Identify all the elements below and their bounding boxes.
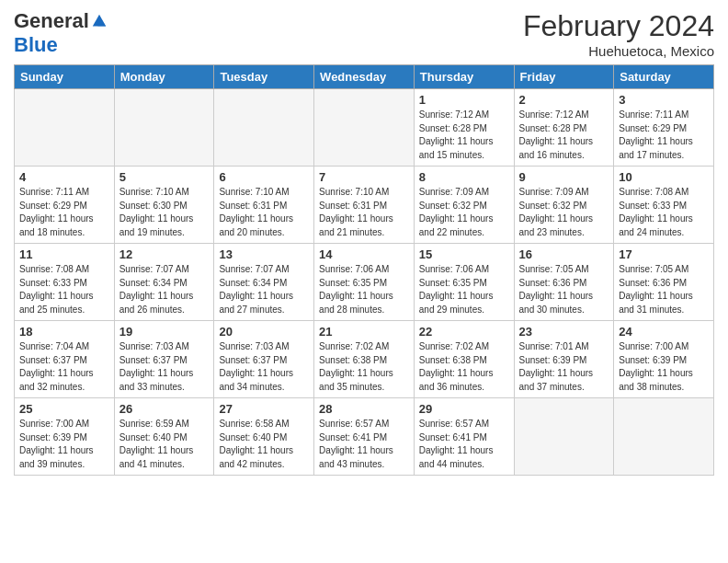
table-row: 21Sunrise: 7:02 AM Sunset: 6:38 PM Dayli… (314, 321, 415, 398)
table-row: 12Sunrise: 7:07 AM Sunset: 6:34 PM Dayli… (114, 244, 214, 321)
table-row: 22Sunrise: 7:02 AM Sunset: 6:38 PM Dayli… (414, 321, 514, 398)
day-number: 26 (119, 402, 210, 416)
table-row (214, 89, 314, 167)
table-row: 27Sunrise: 6:58 AM Sunset: 6:40 PM Dayli… (214, 398, 314, 476)
day-number: 25 (19, 402, 109, 416)
day-number: 24 (619, 325, 709, 339)
col-monday: Monday (114, 65, 214, 89)
header: General Blue February 2024 Huehuetoca, M… (14, 9, 714, 59)
day-number: 14 (319, 247, 409, 261)
day-number: 6 (219, 170, 309, 184)
day-info: Sunrise: 7:01 AM Sunset: 6:39 PM Dayligh… (519, 340, 609, 394)
day-number: 22 (419, 325, 509, 339)
table-row: 8Sunrise: 7:09 AM Sunset: 6:32 PM Daylig… (414, 167, 514, 244)
day-number: 27 (219, 402, 309, 416)
day-info: Sunrise: 7:07 AM Sunset: 6:34 PM Dayligh… (119, 263, 210, 316)
day-number: 17 (619, 247, 709, 261)
table-row: 16Sunrise: 7:05 AM Sunset: 6:36 PM Dayli… (514, 244, 614, 321)
table-row: 19Sunrise: 7:03 AM Sunset: 6:37 PM Dayli… (114, 321, 214, 398)
table-row (15, 89, 115, 167)
table-row (614, 398, 714, 476)
col-sunday: Sunday (15, 65, 115, 89)
table-row: 14Sunrise: 7:06 AM Sunset: 6:35 PM Dayli… (314, 244, 415, 321)
table-row: 15Sunrise: 7:06 AM Sunset: 6:35 PM Dayli… (414, 244, 514, 321)
table-row: 1Sunrise: 7:12 AM Sunset: 6:28 PM Daylig… (414, 89, 514, 167)
table-row: 11Sunrise: 7:08 AM Sunset: 6:33 PM Dayli… (15, 244, 115, 321)
day-number: 5 (119, 170, 210, 184)
table-row: 9Sunrise: 7:09 AM Sunset: 6:32 PM Daylig… (514, 167, 614, 244)
day-number: 11 (19, 247, 109, 261)
calendar-page: General Blue February 2024 Huehuetoca, M… (0, 0, 728, 563)
table-row: 5Sunrise: 7:10 AM Sunset: 6:30 PM Daylig… (114, 167, 214, 244)
day-info: Sunrise: 7:11 AM Sunset: 6:29 PM Dayligh… (19, 186, 109, 239)
table-row: 29Sunrise: 6:57 AM Sunset: 6:41 PM Dayli… (414, 398, 514, 476)
day-info: Sunrise: 7:06 AM Sunset: 6:35 PM Dayligh… (319, 263, 409, 316)
table-row: 24Sunrise: 7:00 AM Sunset: 6:39 PM Dayli… (614, 321, 714, 398)
table-row: 10Sunrise: 7:08 AM Sunset: 6:33 PM Dayli… (614, 167, 714, 244)
day-number: 4 (19, 170, 109, 184)
table-row (514, 398, 614, 476)
table-row: 7Sunrise: 7:10 AM Sunset: 6:31 PM Daylig… (314, 167, 415, 244)
day-number: 9 (519, 170, 609, 184)
day-info: Sunrise: 7:10 AM Sunset: 6:31 PM Dayligh… (319, 186, 409, 239)
day-info: Sunrise: 7:00 AM Sunset: 6:39 PM Dayligh… (19, 418, 109, 471)
day-info: Sunrise: 7:10 AM Sunset: 6:31 PM Dayligh… (219, 186, 309, 239)
day-info: Sunrise: 7:12 AM Sunset: 6:28 PM Dayligh… (519, 109, 609, 162)
day-number: 10 (619, 170, 709, 184)
day-info: Sunrise: 7:04 AM Sunset: 6:37 PM Dayligh… (19, 340, 109, 394)
day-number: 2 (519, 93, 609, 107)
day-number: 23 (519, 325, 609, 339)
day-info: Sunrise: 6:57 AM Sunset: 6:41 PM Dayligh… (319, 418, 409, 471)
day-info: Sunrise: 7:09 AM Sunset: 6:32 PM Dayligh… (519, 186, 609, 239)
day-number: 18 (19, 325, 109, 339)
month-year-title: February 2024 (523, 9, 714, 43)
calendar-header-row: Sunday Monday Tuesday Wednesday Thursday… (15, 65, 714, 89)
table-row: 2Sunrise: 7:12 AM Sunset: 6:28 PM Daylig… (514, 89, 614, 167)
day-info: Sunrise: 7:02 AM Sunset: 6:38 PM Dayligh… (319, 340, 409, 394)
col-tuesday: Tuesday (214, 65, 314, 89)
day-info: Sunrise: 7:07 AM Sunset: 6:34 PM Dayligh… (219, 263, 309, 316)
day-info: Sunrise: 7:11 AM Sunset: 6:29 PM Dayligh… (619, 109, 709, 162)
day-info: Sunrise: 7:02 AM Sunset: 6:38 PM Dayligh… (419, 340, 509, 394)
day-info: Sunrise: 7:10 AM Sunset: 6:30 PM Dayligh… (119, 186, 210, 239)
table-row: 28Sunrise: 6:57 AM Sunset: 6:41 PM Dayli… (314, 398, 415, 476)
table-row: 26Sunrise: 6:59 AM Sunset: 6:40 PM Dayli… (114, 398, 214, 476)
table-row (114, 89, 214, 167)
logo-text: General (14, 9, 108, 33)
day-info: Sunrise: 6:57 AM Sunset: 6:41 PM Dayligh… (419, 418, 509, 471)
day-number: 29 (419, 402, 509, 416)
day-number: 13 (219, 247, 309, 261)
table-row: 13Sunrise: 7:07 AM Sunset: 6:34 PM Dayli… (214, 244, 314, 321)
day-number: 1 (419, 93, 509, 107)
day-number: 7 (319, 170, 409, 184)
table-row: 18Sunrise: 7:04 AM Sunset: 6:37 PM Dayli… (15, 321, 115, 398)
table-row (314, 89, 415, 167)
table-row: 25Sunrise: 7:00 AM Sunset: 6:39 PM Dayli… (15, 398, 115, 476)
table-row: 20Sunrise: 7:03 AM Sunset: 6:37 PM Dayli… (214, 321, 314, 398)
table-row: 4Sunrise: 7:11 AM Sunset: 6:29 PM Daylig… (15, 167, 115, 244)
day-info: Sunrise: 7:06 AM Sunset: 6:35 PM Dayligh… (419, 263, 509, 316)
logo-general: General (14, 9, 89, 33)
logo: General Blue (14, 9, 108, 57)
day-number: 16 (519, 247, 609, 261)
day-number: 21 (319, 325, 409, 339)
col-wednesday: Wednesday (314, 65, 415, 89)
table-row: 17Sunrise: 7:05 AM Sunset: 6:36 PM Dayli… (614, 244, 714, 321)
day-info: Sunrise: 7:09 AM Sunset: 6:32 PM Dayligh… (419, 186, 509, 239)
day-info: Sunrise: 6:58 AM Sunset: 6:40 PM Dayligh… (219, 418, 309, 471)
col-saturday: Saturday (614, 65, 714, 89)
day-info: Sunrise: 7:05 AM Sunset: 6:36 PM Dayligh… (519, 263, 609, 316)
day-info: Sunrise: 7:08 AM Sunset: 6:33 PM Dayligh… (619, 186, 709, 239)
table-row: 3Sunrise: 7:11 AM Sunset: 6:29 PM Daylig… (614, 89, 714, 167)
calendar-table: Sunday Monday Tuesday Wednesday Thursday… (14, 64, 714, 476)
day-info: Sunrise: 7:00 AM Sunset: 6:39 PM Dayligh… (619, 340, 709, 394)
day-info: Sunrise: 6:59 AM Sunset: 6:40 PM Dayligh… (119, 418, 210, 471)
location-label: Huehuetoca, Mexico (523, 43, 714, 59)
day-info: Sunrise: 7:03 AM Sunset: 6:37 PM Dayligh… (119, 340, 210, 394)
day-number: 15 (419, 247, 509, 261)
col-friday: Friday (514, 65, 614, 89)
day-number: 12 (119, 247, 210, 261)
day-number: 28 (319, 402, 409, 416)
table-row: 6Sunrise: 7:10 AM Sunset: 6:31 PM Daylig… (214, 167, 314, 244)
col-thursday: Thursday (414, 65, 514, 89)
